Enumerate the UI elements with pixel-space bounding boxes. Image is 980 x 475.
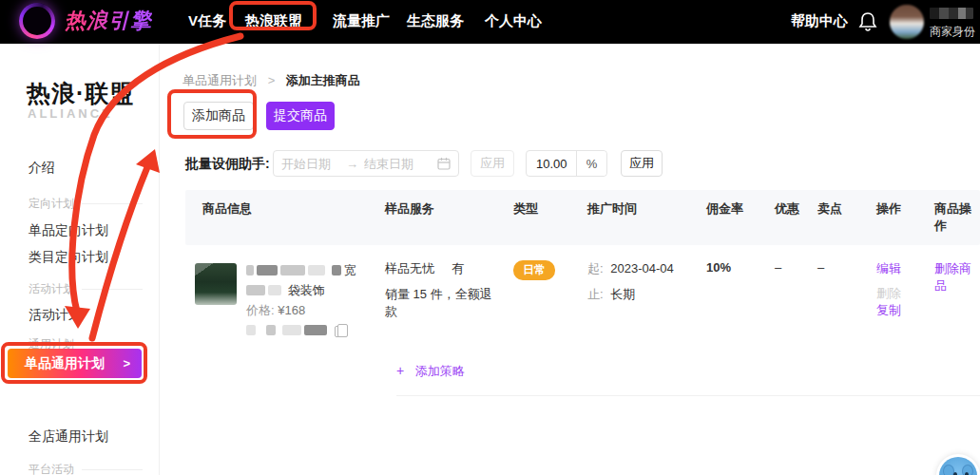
table-row: 宽 袋装饰 价格: ¥168 xyxy=(185,245,980,350)
sidebar-item-single-targeted-plan[interactable]: 单品定向计划 xyxy=(29,222,108,239)
start-date-input[interactable] xyxy=(281,157,340,171)
copy-icon[interactable] xyxy=(335,326,344,337)
time-start-value: 2023-04-04 xyxy=(610,261,674,276)
sample-service-text: 样品无忧 xyxy=(385,260,434,277)
promo-time-cell: 起: 2023-04-04 止: 长期 xyxy=(578,245,697,350)
product-info-cell: 宽 袋装饰 价格: ¥168 xyxy=(185,245,375,350)
copy-link[interactable]: 复制 xyxy=(876,302,921,319)
commission-rate-input[interactable] xyxy=(527,157,576,171)
delete-link-disabled: 删除 xyxy=(876,285,921,302)
time-start-label: 起: xyxy=(587,261,604,276)
product-actions-cell: 删除商品 xyxy=(925,245,980,350)
product-price: 价格: ¥168 xyxy=(246,300,356,320)
nav-item-traffic-promo[interactable]: 流量推广 xyxy=(333,12,390,30)
apply-date-button-disabled[interactable]: 应用 xyxy=(471,150,514,177)
chat-mascot-widget[interactable] xyxy=(936,454,980,475)
bell-icon[interactable] xyxy=(858,11,877,32)
product-name-visible-line2: 袋装饰 xyxy=(288,283,325,297)
sidebar: 热浪·联盟 ALLIANCE 介绍 定向计划 单品定向计划 类目定向计划 活动计… xyxy=(0,44,160,475)
main-content: 单品通用计划 > 添加主推商品 添加商品 提交商品 批量设佣助手: → 应用 %… xyxy=(160,44,980,475)
col-selling-point: 卖点 xyxy=(808,190,867,245)
product-name-line2: 袋装饰 xyxy=(246,280,356,300)
sidebar-item-single-general-plan-active[interactable]: 单品通用计划 > xyxy=(8,349,142,378)
product-name-redacted: 宽 xyxy=(246,260,356,280)
brand-name: 热浪引擎 xyxy=(65,7,152,35)
percent-suffix: % xyxy=(576,151,606,176)
sidebar-item-intro[interactable]: 介绍 xyxy=(29,160,55,177)
selling-point-cell: – xyxy=(808,245,867,350)
help-center-link[interactable]: 帮助中心 xyxy=(791,12,848,30)
actions-cell: 编辑 删除 复制 xyxy=(867,245,925,350)
col-product-actions: 商品操作 xyxy=(925,190,980,245)
col-product-info: 商品信息 xyxy=(185,190,375,245)
breadcrumb-separator: > xyxy=(268,73,276,87)
sidebar-section-activity-plans: 活动计划 xyxy=(29,281,143,297)
sidebar-item-activity-plan[interactable]: 活动计划 xyxy=(29,307,82,324)
col-actions: 操作 xyxy=(867,190,925,245)
breadcrumb: 单品通用计划 > 添加主推商品 xyxy=(183,72,360,89)
col-promo-time: 推广时间 xyxy=(578,190,697,245)
identity-label: 商家身份 xyxy=(930,24,975,40)
brand[interactable]: 热浪引擎 xyxy=(19,3,152,39)
breadcrumb-parent[interactable]: 单品通用计划 xyxy=(183,73,257,87)
edit-link[interactable]: 编辑 xyxy=(876,260,921,277)
nav-item-v-tasks[interactable]: V任务 xyxy=(188,12,226,30)
sidebar-item-store-general-plan[interactable]: 全店通用计划 xyxy=(29,428,108,446)
time-end-value: 长期 xyxy=(610,287,635,301)
price-label: 价格: xyxy=(246,303,275,317)
submit-product-button[interactable]: 提交商品 xyxy=(266,102,335,130)
sidebar-item-category-targeted-plan[interactable]: 类目定向计划 xyxy=(29,249,108,266)
add-product-button[interactable]: 添加商品 xyxy=(183,102,254,130)
commission-rate-input-group: % xyxy=(526,150,607,177)
nav-item-personal-center[interactable]: 个人中心 xyxy=(485,12,542,30)
delete-product-link[interactable]: 删除商品 xyxy=(934,260,976,294)
col-commission-rate: 佣金率 xyxy=(697,190,765,245)
col-type: 类型 xyxy=(504,190,578,245)
col-sample-service: 样品服务 xyxy=(375,190,504,245)
sidebar-section-targeted-plans: 定向计划 xyxy=(29,196,143,212)
discount-cell: – xyxy=(765,245,808,350)
add-strategy-label: 添加策略 xyxy=(415,364,465,378)
apply-rate-button[interactable]: 应用 xyxy=(621,150,663,177)
nav-item-relang-alliance[interactable]: 热浪联盟 xyxy=(245,12,302,30)
top-navbar: 热浪引擎 V任务 热浪联盟 流量推广 生态服务 个人中心 帮助中心 商家身份 xyxy=(0,0,980,44)
calendar-icon xyxy=(437,157,451,170)
commission-rate-cell: 10% xyxy=(697,245,765,350)
sidebar-section-platform-activities: 平台活动 xyxy=(29,462,143,475)
redacted-account-name xyxy=(930,8,973,19)
sidebar-active-label: 单品通用计划 xyxy=(25,355,105,372)
type-cell: 日常 xyxy=(504,245,578,350)
avatar[interactable] xyxy=(890,5,924,39)
range-arrow-icon: → xyxy=(346,157,358,171)
time-end-label: 止: xyxy=(587,287,604,301)
sample-have-text: 有 xyxy=(452,260,464,277)
col-discount: 优惠 xyxy=(765,190,808,245)
date-range-picker[interactable]: → xyxy=(273,150,459,177)
account-identity[interactable]: 商家身份 xyxy=(930,8,975,40)
sidebar-logo-subtitle: ALLIANCE xyxy=(28,106,113,121)
plus-icon: + xyxy=(396,363,404,378)
product-thumbnail[interactable] xyxy=(195,263,237,305)
nav-item-eco-services[interactable]: 生态服务 xyxy=(407,12,464,30)
product-id-redacted xyxy=(246,320,356,340)
bulk-commission-label: 批量设佣助手: xyxy=(185,156,270,173)
type-badge: 日常 xyxy=(513,260,555,280)
products-table: 商品信息 样品服务 类型 推广时间 佣金率 优惠 卖点 操作 商品操作 宽 xyxy=(185,190,980,396)
product-name-visible-end: 宽 xyxy=(344,263,356,277)
brand-logo-icon xyxy=(19,3,55,39)
sample-sales-text: 销量 15 件，全额退款 xyxy=(385,286,500,320)
sample-service-cell: 样品无忧 有 销量 15 件，全额退款 xyxy=(375,245,504,350)
add-strategy-link[interactable]: + 添加策略 xyxy=(396,363,980,396)
breadcrumb-current: 添加主推商品 xyxy=(286,73,360,87)
sidebar-logo-title: 热浪·联盟 xyxy=(27,78,134,109)
end-date-input[interactable] xyxy=(364,157,423,171)
table-header-row: 商品信息 样品服务 类型 推广时间 佣金率 优惠 卖点 操作 商品操作 xyxy=(185,190,980,245)
price-value: ¥168 xyxy=(278,303,305,317)
chevron-right-icon: > xyxy=(123,356,130,370)
